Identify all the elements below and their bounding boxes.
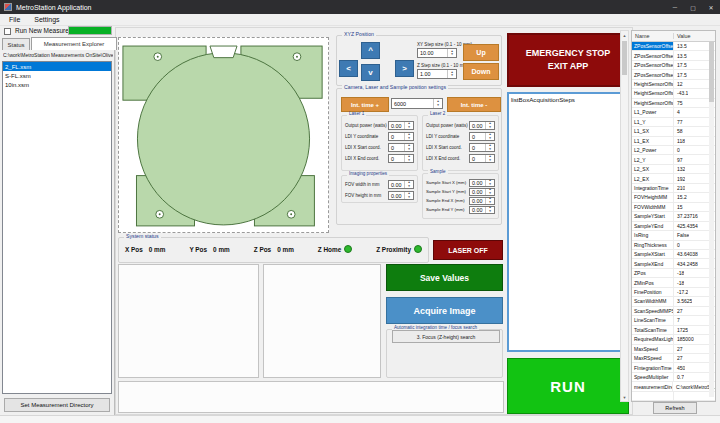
save-values-button[interactable]: Save Values [386,264,503,291]
table-row[interactable]: L1_SX 58 [632,127,715,136]
acquisition-steps-listbox[interactable]: listBoxAcquisitionSteps [507,92,629,352]
table-row[interactable]: L1_Y 77 [632,118,715,127]
measurement-file-list[interactable]: 2_FL.xsmS-FL.xsm10in.xsm [2,61,112,394]
setting-field[interactable]: 0.00 [469,121,495,130]
setting-field[interactable]: 0.00 [388,180,414,189]
field-spinner[interactable] [485,144,494,151]
menu-item[interactable]: Settings [27,15,66,24]
table-row[interactable]: ZPosSensorOffse... 17.5 [632,61,715,70]
setting-field[interactable]: 0.00 [388,191,414,200]
minimize-icon[interactable]: ─ [666,0,684,14]
table-row[interactable]: HeightSensorOffs... 12 [632,80,715,89]
move-down-button[interactable]: v [361,64,380,81]
int-time-field[interactable]: 6000 [391,98,443,109]
xy-step-spinner[interactable] [447,49,456,57]
setting-field[interactable]: 0.00 [469,188,495,196]
int-time-spinner[interactable] [433,99,442,108]
move-up-button[interactable]: ^ [361,42,380,59]
table-row[interactable]: TotalScanTime 1725 [632,326,715,335]
xy-step-field[interactable]: 10.00 [417,48,457,58]
laser-off-button[interactable]: LASER OFF [433,240,503,260]
field-spinner[interactable] [485,155,494,162]
table-row[interactable]: SpeedMultiplier 0.7 [632,373,715,382]
field-spinner[interactable] [404,192,413,199]
run-new-measurement-checkbox[interactable] [4,28,11,35]
table-row[interactable]: RequiredMaxLigh... 185000 [632,335,715,344]
table-row[interactable]: MaxSpeed 27 [632,345,715,354]
field-spinner[interactable] [485,198,494,204]
table-row[interactable]: ZPosSensorOffse... 17.5 [632,70,715,79]
table-row[interactable]: FOVWidthMM 15 [632,203,715,212]
emergency-stop-button[interactable]: EMERGENCY STOP EXIT APP [507,33,629,87]
table-row[interactable]: ScanWidthMM 3.5625 [632,297,715,306]
tab-status[interactable]: Status [2,38,30,50]
field-spinner[interactable] [404,144,413,151]
int-time-plus-button[interactable]: Int. time + [341,97,389,112]
table-row[interactable]: FinePosition -17.2 [632,288,715,297]
table-row[interactable]: IntegrationTime 210 [632,184,715,193]
list-item[interactable]: 2_FL.xsm [3,62,111,71]
table-row[interactable]: FIntegrationTime 450 [632,363,715,372]
tab-measurement-explorer[interactable]: Measurement Explorer [31,37,117,50]
table-row[interactable]: ZPos -18 [632,269,715,278]
z-step-field[interactable]: 1.00 [417,69,457,79]
setting-field[interactable]: 0.00 [469,197,495,205]
table-row[interactable]: SampleXEnd 434.2458 [632,259,715,268]
table-row[interactable]: HeightSensorOffs... -43.1 [632,89,715,98]
table-row[interactable]: MaxRSpeed 27 [632,354,715,363]
int-time-minus-button[interactable]: Int. time - [447,97,501,112]
table-row[interactable]: L1_EX 118 [632,137,715,146]
setting-field[interactable]: 0.00 [469,206,495,214]
table-row[interactable]: SampleYStart 37.23716 [632,212,715,221]
table-row[interactable]: ZPosSensorOffse... 13.5 [632,42,715,51]
setting-field[interactable]: 0.00 [388,121,414,130]
run-button[interactable]: RUN [507,358,629,414]
table-scroll-thumb[interactable] [709,42,714,102]
acquire-image-button[interactable]: Acquire Image [386,297,503,324]
field-spinner[interactable] [485,207,494,213]
table-row[interactable]: L2_EX 192 [632,174,715,183]
move-right-button[interactable]: > [395,60,414,77]
list-item[interactable]: 10in.xsm [3,80,111,89]
field-spinner[interactable] [485,180,494,186]
field-spinner[interactable] [404,181,413,188]
close-icon[interactable]: ✕ [702,0,720,14]
field-spinner[interactable] [485,133,494,140]
field-spinner[interactable] [485,122,494,129]
menu-item[interactable]: File [2,15,27,24]
move-left-button[interactable]: < [339,60,358,77]
properties-scrollbar[interactable]: ▲ ▼ [620,30,629,402]
list-item[interactable]: S-FL.xsm [3,71,111,80]
field-spinner[interactable] [404,122,413,129]
table-row[interactable]: L2_SX 132 [632,165,715,174]
table-row[interactable]: FOVHeightMM 15.2 [632,193,715,202]
setting-field[interactable]: 0 [388,143,414,152]
maximize-icon[interactable]: ▢ [684,0,702,14]
table-row[interactable]: ScanSpeedMMPS 27 [632,307,715,316]
table-row[interactable] [632,392,715,401]
field-spinner[interactable] [404,155,413,162]
table-row[interactable]: measurementDire... C:\work\MetroSt... [632,382,715,391]
setting-field[interactable]: 0 [469,143,495,152]
table-row[interactable]: HeightSensorOffs... 75 [632,99,715,108]
field-spinner[interactable] [404,133,413,140]
table-row[interactable]: ZPosSensorOffse... 13.5 [632,51,715,60]
up-button[interactable]: Up [463,44,499,61]
down-button[interactable]: Down [463,63,499,80]
scroll-down-icon[interactable]: ▼ [623,393,627,401]
field-spinner[interactable] [485,189,494,195]
table-row[interactable]: ZMinPos -18 [632,278,715,287]
setting-field[interactable]: 0 [388,154,414,163]
table-row[interactable]: L2_Y 97 [632,155,715,164]
setting-field[interactable]: 0 [469,132,495,141]
table-row[interactable]: LineScanTime 7 [632,316,715,325]
scroll-up-icon[interactable]: ▲ [623,31,627,39]
table-row[interactable]: RingThickness 0 [632,241,715,250]
setting-field[interactable]: 0.00 [469,179,495,187]
table-row[interactable]: SampleXStart 43.64038 [632,250,715,259]
set-measurement-directory-button[interactable]: Set Measurement Directory [4,398,110,412]
table-row[interactable]: IsRing False [632,231,715,240]
table-scrollbar[interactable] [709,42,714,397]
table-row[interactable]: L1_Power 4 [632,108,715,117]
z-step-spinner[interactable] [447,70,456,78]
